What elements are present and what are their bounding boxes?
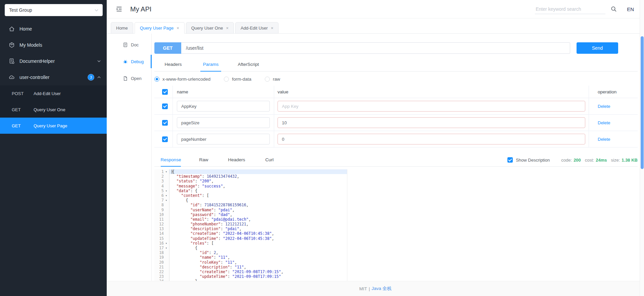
tab-label: Home: [116, 26, 128, 31]
fold-arrow-icon[interactable]: ▾: [164, 246, 169, 250]
tab-response[interactable]: Response: [154, 154, 187, 166]
sidebar-fold-icon[interactable]: [115, 5, 123, 13]
home-icon: [9, 26, 15, 32]
delete-link[interactable]: Delete: [598, 120, 610, 125]
sidebar-item-user-controller[interactable]: user-controller 3: [0, 69, 107, 85]
radio-x-www-form-urlencoded[interactable]: x-www-form-urlencoded: [154, 77, 210, 82]
tab-add-edit-user[interactable]: Add-Edit User ×: [235, 22, 279, 34]
tab-query-user-one[interactable]: Query User One ×: [186, 22, 234, 34]
close-icon[interactable]: ×: [226, 26, 229, 31]
language-switch[interactable]: EN: [627, 6, 634, 12]
fold-arrow-icon[interactable]: ▾: [164, 241, 169, 246]
fold-arrow-icon[interactable]: ▾: [164, 198, 169, 203]
line-number: 19: [154, 255, 164, 260]
top-header: My API EN: [107, 0, 644, 18]
footer-link[interactable]: Java 全栈: [371, 286, 391, 292]
line-number: 5: [154, 188, 164, 193]
column-header-name: name: [173, 86, 274, 98]
scrollbar-thumb[interactable]: [641, 36, 644, 169]
tab-label: Add-Edit User: [241, 26, 268, 31]
search-icon[interactable]: [611, 6, 617, 12]
radio-form-data[interactable]: form-data: [224, 77, 251, 82]
code-line: {: [172, 169, 638, 174]
tab-query-user-page[interactable]: Query User Page ×: [135, 22, 185, 34]
line-number: 6: [154, 193, 164, 198]
param-value-input[interactable]: [278, 134, 585, 144]
delete-link[interactable]: Delete: [598, 104, 610, 109]
search-input[interactable]: [535, 4, 605, 14]
fold-arrow-icon: [164, 203, 169, 207]
chevron-up-icon: [97, 76, 101, 78]
param-value-input[interactable]: [278, 117, 585, 128]
endpoint-label: Query User One: [34, 107, 65, 112]
stat-cost-label: cost:: [585, 158, 594, 163]
param-name-input[interactable]: [177, 134, 270, 144]
close-icon[interactable]: ×: [177, 26, 179, 31]
sidebar-item-label: Home: [19, 26, 32, 32]
models-icon: [9, 42, 15, 48]
window-scrollbar[interactable]: [640, 0, 644, 296]
fold-arrow-icon[interactable]: ▾: [164, 188, 169, 193]
code-line: "roles": [: [172, 241, 638, 246]
sidebar-item-document-helper[interactable]: DocumentHelper: [0, 53, 107, 69]
radio-raw[interactable]: raw: [265, 77, 280, 82]
sidebar-item-my-models[interactable]: My Models: [0, 37, 107, 53]
endpoint-query-user-one[interactable]: GET Query User One: [0, 101, 107, 118]
line-number: 10: [154, 212, 164, 217]
http-method-addon: GET: [154, 42, 181, 54]
fold-arrow-icon: [164, 231, 169, 236]
row-checkbox[interactable]: [162, 120, 168, 126]
tab-curl[interactable]: Curl: [253, 154, 286, 166]
tab-home[interactable]: Home: [111, 22, 133, 34]
param-name-input[interactable]: [177, 101, 270, 112]
response-json-editor[interactable]: 1▾2345▾6▾7▾8910111213141516▾17▾181920212…: [154, 169, 638, 281]
param-row-pagesize: Delete: [154, 115, 638, 131]
request-url-input[interactable]: [181, 42, 570, 54]
endpoint-submenu: POST Add-Edit User GET Query User One GE…: [0, 85, 107, 134]
tab-params[interactable]: Params: [192, 58, 230, 71]
group-selector[interactable]: Test Group: [5, 4, 103, 16]
column-header-value: value: [274, 86, 589, 98]
code-line: "content": [: [172, 193, 638, 198]
chevron-down-icon: [97, 60, 101, 62]
document-icon: [9, 58, 15, 64]
endpoint-query-user-page[interactable]: GET Query User Page: [0, 118, 107, 134]
param-value-input[interactable]: [278, 101, 585, 112]
tool-menu-open[interactable]: Open: [111, 70, 151, 87]
tool-menu-doc[interactable]: Doc: [111, 36, 151, 53]
param-name-input[interactable]: [177, 117, 270, 128]
line-number: 4: [154, 184, 164, 188]
response-stats: Show Description code: 200 cost: 24ms si…: [507, 157, 638, 163]
send-button[interactable]: Send: [577, 42, 618, 54]
sidebar-item-home[interactable]: Home: [0, 21, 107, 37]
column-header-operation: operation: [589, 89, 638, 94]
tab-afterscript[interactable]: AfterScript: [230, 58, 267, 71]
page-title: My API: [130, 5, 151, 13]
close-icon[interactable]: ×: [271, 26, 274, 31]
line-number: 23: [154, 274, 164, 279]
fold-arrow-icon: [164, 184, 169, 188]
code-line: "timestamp": 1649213474432,: [172, 174, 638, 179]
editor-code: { "timestamp": 1649213474432, "status": …: [169, 169, 638, 281]
tab-response-headers[interactable]: Headers: [220, 154, 253, 166]
fold-arrow-icon: [164, 208, 169, 212]
delete-link[interactable]: Delete: [598, 137, 610, 142]
tool-menu-debug[interactable]: Debug: [111, 53, 151, 70]
fold-arrow-icon[interactable]: ▾: [164, 169, 169, 174]
fold-arrow-icon[interactable]: ▾: [164, 193, 169, 198]
code-line: "data": {: [172, 188, 638, 193]
show-description-checkbox[interactable]: [507, 157, 513, 163]
endpoint-add-edit-user[interactable]: POST Add-Edit User: [0, 85, 107, 101]
row-checkbox[interactable]: [162, 136, 168, 142]
tab-raw[interactable]: Raw: [187, 154, 220, 166]
row-checkbox[interactable]: [162, 103, 168, 109]
search-area: EN: [535, 4, 639, 14]
line-number: 3: [154, 179, 164, 183]
line-number: 17: [154, 246, 164, 250]
select-all-checkbox[interactable]: [162, 89, 168, 95]
sidebar-item-label: My Models: [19, 42, 42, 48]
endpoint-count-badge: 3: [88, 74, 94, 80]
line-number: 13: [154, 226, 164, 231]
tab-headers[interactable]: Headers: [154, 58, 192, 71]
request-section-tabs: Headers Params AfterScript: [154, 58, 638, 72]
